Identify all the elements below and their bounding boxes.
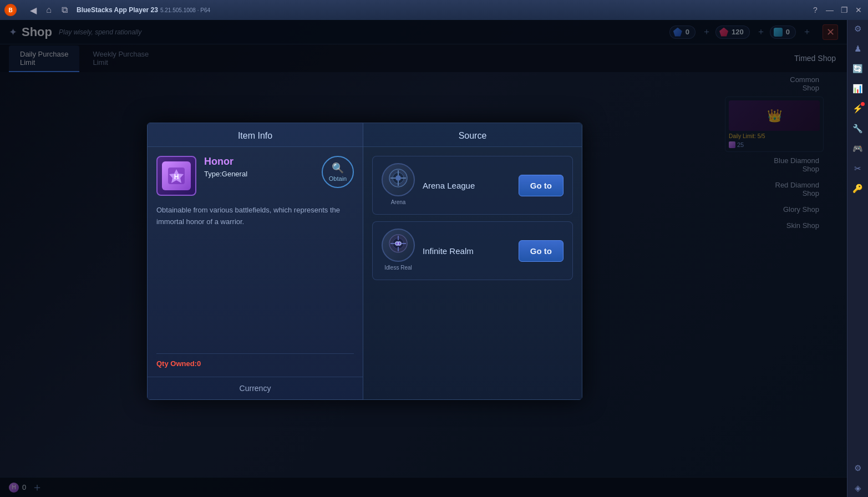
nav-buttons: ◀ ⌂ ⧉ [28,4,70,16]
svg-point-5 [395,175,401,181]
item-info-body: H Honor Type:General 🔍 Obtain [148,147,363,377]
sidebar-icon-2[interactable]: ♟ [849,40,867,58]
infinite-realm-name: Infinite Realm [423,246,511,256]
window-controls: ? — ❐ ✕ [810,5,864,15]
arena-icon-inner [388,168,409,192]
source-panel: Source [363,123,582,400]
arena-icon: Arena [382,163,415,196]
sidebar-icon-9[interactable]: 🔑 [849,180,867,197]
sidebar-icon-5[interactable]: ⚡ [849,100,867,118]
app-title: BlueStacks App Player 23 [77,6,158,14]
restore-button[interactable]: ❐ [839,5,849,15]
realm-icon-inner [388,233,409,257]
realm-label: Idless Real [384,265,412,271]
item-footer: Currency [148,377,363,399]
obtain-button[interactable]: 🔍 Obtain [322,156,354,188]
source-item-realm: Idless Real Infinite Realm Go to [372,221,573,280]
sidebar-icon-6[interactable]: 🔧 [849,120,867,138]
arena-goto-button[interactable]: Go to [519,175,564,196]
realm-goto-button[interactable]: Go to [519,240,564,262]
arena-league-name: Arena League [423,181,511,190]
source-title: Source [363,123,582,147]
obtain-icon: 🔍 [332,162,344,174]
item-header: H Honor Type:General 🔍 Obtain [156,156,354,196]
sidebar-icon-4[interactable]: 📊 [849,80,867,98]
item-type: Type:General [204,170,314,178]
app-logo: B [4,4,17,16]
svg-text:H: H [174,173,179,181]
item-description: Obtainable from various battlefields, wh… [156,205,354,348]
help-button[interactable]: ? [810,5,820,15]
item-modal: Item Info H Honor [147,123,582,400]
titlebar: B ◀ ⌂ ⧉ BlueStacks App Player 23 5.21.50… [0,0,868,20]
qty-divider [156,353,354,354]
item-info-panel: Item Info H Honor [147,123,363,400]
realm-icon: Idless Real [382,229,415,262]
item-details: Honor Type:General [204,156,314,178]
sidebar-icon-8[interactable]: ✂ [849,160,867,178]
sidebar-settings-icon[interactable]: ⚙ [849,459,867,477]
item-info-title: Item Info [148,123,363,147]
qty-value: 0 [197,359,201,368]
sidebar-icon-7[interactable]: 🎮 [849,140,867,158]
minimize-button[interactable]: — [825,5,835,15]
sidebar-bottom-icon[interactable]: ◈ [849,479,867,497]
source-body: Arena Arena League Go to [363,147,582,399]
nav-home-button[interactable]: ⌂ [43,4,54,16]
nav-back-button[interactable]: ◀ [28,4,39,16]
item-icon-box: H [156,156,196,196]
right-sidebar: ⚙ ♟ 🔄 📊 ⚡ 🔧 🎮 ✂ 🔑 ⚙ ◈ [847,0,868,497]
game-area: ✦ Shop Play wisely, spend rationally 0 ＋… [0,20,847,497]
arena-label: Arena [391,199,406,205]
item-name: Honor [204,156,314,168]
qty-owned: Qty Owned:0 [156,359,354,368]
obtain-label: Obtain [329,175,347,182]
nav-tabs-button[interactable]: ⧉ [59,4,70,16]
source-item-arena: Arena Arena League Go to [372,156,573,215]
sidebar-icon-3[interactable]: 🔄 [849,60,867,78]
app-subtitle: 5.21.505.1008 · P64 [160,7,210,13]
close-window-button[interactable]: ✕ [854,5,864,15]
sidebar-icon-1[interactable]: ⚙ [849,20,867,38]
item-icon: H [162,161,191,190]
